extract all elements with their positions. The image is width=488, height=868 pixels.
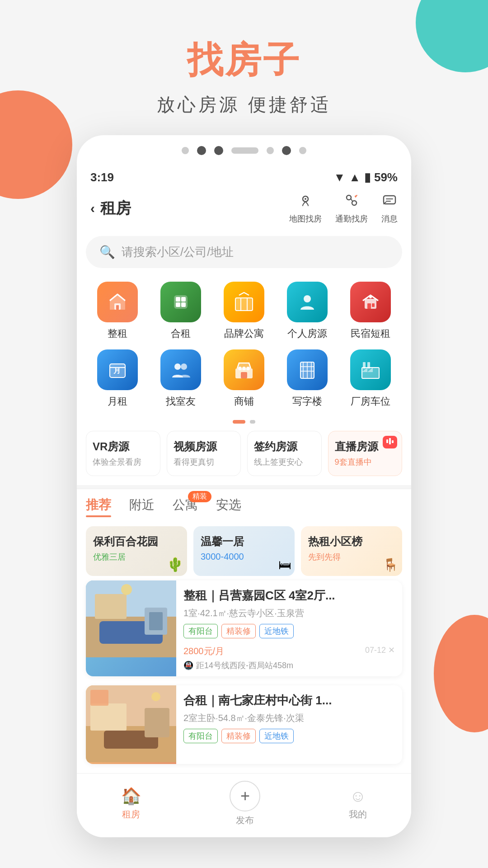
listing-title-1: 整租｜吕营嘉园C区 4室2厅... <box>183 588 395 604</box>
category-office[interactable]: 写字楼 <box>276 349 339 408</box>
phone-container: 3:19 ▼ ▲ ▮ 59% ‹ 租房 <box>0 135 488 864</box>
hero-title: 找房子 <box>0 36 488 85</box>
bed-icon: 🛏 <box>278 557 291 572</box>
message-label: 消息 <box>381 213 398 224</box>
svg-point-58 <box>151 692 160 701</box>
brand-apt-icon <box>224 282 264 322</box>
category-grid-row1: 整租 合租 <box>77 277 411 349</box>
battery-icon: ▮ <box>364 170 371 184</box>
video-title: 视频房源 <box>174 439 235 454</box>
commute-icon <box>344 193 359 212</box>
bottom-nav-publish[interactable]: + 发布 <box>230 781 260 826</box>
back-arrow-icon[interactable]: ‹ <box>90 201 95 216</box>
sign-title: 签约房源 <box>254 439 315 454</box>
vr-title: VR房源 <box>93 439 154 454</box>
tab-nearby[interactable]: 附近 <box>129 496 155 517</box>
tab-recommend-label: 推荐 <box>86 498 111 512</box>
category-shop[interactable]: 商铺 <box>212 349 276 408</box>
phone-mockup: 3:19 ▼ ▲ ▮ 59% ‹ 租房 <box>77 135 411 837</box>
mine-icon: ☺ <box>350 787 366 806</box>
listing-card-2[interactable]: 合租｜南七家庄村中心街 1... 2室主卧·54.8㎡·金泰先锋·次渠 有阳台 … <box>86 685 402 764</box>
category-grid-row2: 月 月租 找室友 <box>77 349 411 417</box>
metro-text-1: 距14号线西段-西局站458m <box>196 660 293 671</box>
tag-decor-1: 精装修 <box>221 624 256 638</box>
tab-selected[interactable]: 安选 <box>216 496 241 517</box>
tag-balcony-1: 有阳台 <box>183 624 218 638</box>
hero-subtitle: 放心房源 便捷舒适 <box>0 92 488 117</box>
category-brand-apt[interactable]: 品牌公寓 <box>212 282 276 340</box>
category-roommate[interactable]: 找室友 <box>149 349 212 408</box>
personal-label: 个人房源 <box>287 327 327 340</box>
metro-icon-1: 🚇 <box>183 660 193 670</box>
promo-hot[interactable]: 热租小区榜 先到先得 🪑 <box>301 526 402 576</box>
category-zhenzu[interactable]: 整租 <box>86 282 149 340</box>
sign-sub: 线上签更安心 <box>254 457 315 467</box>
price-unit-1: 元/月 <box>204 646 225 656</box>
promo-row: 保利百合花园 优雅三居 🌵 温馨一居 3000-4000 🛏 热租小区榜 先到先… <box>77 522 411 580</box>
map-find-label: 地图找房 <box>289 213 322 224</box>
listing-tags-2: 有阳台 精装修 近地铁 <box>183 729 395 743</box>
svg-point-30 <box>238 367 242 370</box>
listing-title-2: 合租｜南七家庄村中心街 1... <box>183 693 395 708</box>
listing-metro-1: 🚇 距14号线西段-西局站458m <box>183 660 395 671</box>
category-monthly[interactable]: 月 月租 <box>86 349 149 408</box>
tab-recommend[interactable]: 推荐 <box>86 496 111 517</box>
listing-tags-1: 有阳台 精装修 近地铁 <box>183 624 395 638</box>
svg-rect-43 <box>389 438 391 444</box>
svg-rect-8 <box>116 305 119 310</box>
feature-live[interactable]: 直播房源 9套直播中 <box>328 431 403 476</box>
category-hezu[interactable]: 合租 <box>149 282 212 340</box>
search-bar[interactable]: 🔍 请搜索小区/公司/地址 <box>86 236 402 268</box>
tab-nearby-label: 附近 <box>129 498 155 512</box>
page-dots <box>77 417 411 431</box>
shop-label: 商铺 <box>234 395 254 408</box>
map-icon <box>298 193 313 212</box>
brand-apt-label: 品牌公寓 <box>224 327 264 340</box>
apartment-badge: 精装 <box>188 491 211 502</box>
svg-rect-56 <box>145 708 169 737</box>
svg-rect-29 <box>241 372 247 378</box>
svg-rect-47 <box>95 594 127 619</box>
promo-boli[interactable]: 保利百合花园 优雅三居 🌵 <box>86 526 187 576</box>
svg-rect-21 <box>367 303 371 309</box>
promo-warm[interactable]: 温馨一居 3000-4000 🛏 <box>193 526 295 576</box>
bottom-nav-home[interactable]: 🏠 租房 <box>121 787 141 821</box>
dot-2 <box>197 146 206 155</box>
nav-left[interactable]: ‹ 租房 <box>90 198 131 219</box>
category-minsu[interactable]: 民宿短租 <box>339 282 402 340</box>
zhenzu-label: 整租 <box>108 327 127 340</box>
mine-label: 我的 <box>349 808 367 821</box>
svg-rect-41 <box>367 362 370 368</box>
signal-icon: ▲ <box>349 170 361 184</box>
factory-label: 厂房车位 <box>351 395 390 408</box>
category-factory[interactable]: 厂房车位 <box>339 349 402 408</box>
promo-warm-title: 温馨一居 <box>201 534 287 549</box>
listing-date-1: 07-12 ✕ <box>365 645 395 655</box>
live-badge <box>383 436 397 448</box>
tab-apartment[interactable]: 公寓 精装 <box>173 496 198 517</box>
svg-point-31 <box>242 367 246 370</box>
svg-rect-39 <box>362 368 379 378</box>
publish-icon[interactable]: + <box>230 781 260 811</box>
dot-6 <box>282 146 291 155</box>
home-label: 租房 <box>122 808 140 821</box>
category-personal[interactable]: 个人房源 <box>276 282 339 340</box>
svg-point-1 <box>305 198 306 200</box>
svg-rect-12 <box>176 302 180 307</box>
svg-rect-40 <box>363 362 366 368</box>
feature-sign[interactable]: 签约房源 线上签更安心 <box>247 431 322 476</box>
nav-commute-find[interactable]: 通勤找房 <box>335 193 368 224</box>
feature-video[interactable]: 视频房源 看得更真切 <box>167 431 241 476</box>
svg-rect-11 <box>181 297 186 302</box>
listing-card-1[interactable]: 整租｜吕营嘉园C区 4室2厅... 1室·42.1㎡·慈云寺小区·玉泉营 有阳台… <box>86 580 402 676</box>
wifi-icon: ▼ <box>333 170 345 184</box>
bottom-nav-mine[interactable]: ☺ 我的 <box>349 787 367 821</box>
nav-message[interactable]: 消息 <box>381 193 398 224</box>
nav-map-find[interactable]: 地图找房 <box>289 193 322 224</box>
publish-label: 发布 <box>236 814 254 826</box>
svg-rect-13 <box>181 302 186 307</box>
price-value-1: 2800 <box>183 646 204 656</box>
dot-line <box>231 147 258 154</box>
svg-point-20 <box>369 296 372 298</box>
feature-vr[interactable]: VR房源 体验全景看房 <box>86 431 160 476</box>
